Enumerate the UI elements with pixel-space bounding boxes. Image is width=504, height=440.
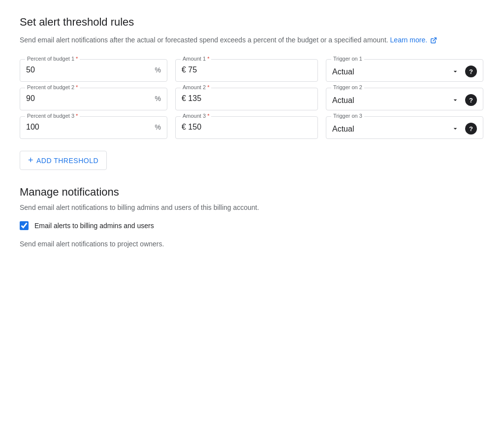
percent-unit-1: %	[155, 66, 161, 74]
amount-field-3: Amount 3 *	[175, 116, 318, 139]
trigger-label-1: Trigger on 1	[331, 56, 364, 62]
trigger-dropdown-arrow-2[interactable]	[449, 94, 461, 106]
add-threshold-button[interactable]: + ADD THRESHOLD	[20, 151, 107, 170]
notifications-title: Manage notifications	[20, 186, 484, 199]
email-alerts-row: Email alerts to billing admins and users	[20, 221, 484, 230]
trigger-field-1: Trigger on 1 Actual Forecasted ?	[326, 59, 483, 82]
amount-input-3[interactable]	[182, 123, 312, 132]
amount-input-1[interactable]	[182, 66, 312, 74]
percent-budget-field-3: Percent of budget 3 * %	[20, 116, 167, 139]
amount-field-1: Amount 1 *	[175, 59, 318, 82]
learn-more-link[interactable]: Learn more.	[390, 36, 437, 44]
notifications-owners-description: Send email alert notifications to projec…	[20, 240, 484, 248]
percent-budget-label-2: Percent of budget 2 *	[25, 84, 80, 90]
amount-input-2[interactable]	[182, 94, 312, 103]
percent-budget-label-3: Percent of budget 3 *	[25, 113, 80, 119]
amount-label-2: Amount 2 *	[181, 84, 211, 90]
notifications-section: Manage notifications Send email alert no…	[20, 186, 484, 248]
plus-icon: +	[28, 155, 33, 166]
percent-budget-input-2[interactable]	[26, 94, 151, 103]
trigger-select-1[interactable]: Actual Forecasted	[332, 68, 449, 76]
page-description: Send email alert notifications after the…	[20, 34, 484, 45]
amount-label-1: Amount 1 *	[181, 56, 211, 62]
notifications-billing-description: Send email alert notifications to billin…	[20, 203, 484, 211]
percent-budget-input-1[interactable]	[26, 66, 151, 74]
amount-label-3: Amount 3 *	[181, 113, 211, 119]
percent-budget-field-2: Percent of budget 2 * %	[20, 88, 167, 110]
percent-budget-input-3[interactable]	[26, 123, 151, 132]
trigger-help-icon-1[interactable]: ?	[465, 66, 477, 77]
trigger-select-2[interactable]: Actual Forecasted	[332, 96, 449, 104]
trigger-label-2: Trigger on 2	[331, 84, 364, 90]
external-link-icon	[430, 37, 437, 44]
thresholds-grid: Percent of budget 1 * % Amount 1 * Trigg…	[20, 59, 484, 139]
trigger-dropdown-arrow-1[interactable]	[449, 66, 461, 77]
percent-budget-field-1: Percent of budget 1 * %	[20, 59, 167, 82]
trigger-help-icon-3[interactable]: ?	[465, 123, 477, 135]
trigger-field-2: Trigger on 2 Actual Forecasted ?	[326, 88, 483, 110]
percent-budget-label-1: Percent of budget 1 *	[25, 56, 80, 62]
add-threshold-label: ADD THRESHOLD	[36, 157, 98, 165]
trigger-select-3[interactable]: Actual Forecasted	[332, 125, 449, 133]
percent-unit-2: %	[155, 95, 161, 102]
trigger-dropdown-arrow-3[interactable]	[449, 123, 461, 135]
email-alerts-checkbox[interactable]	[20, 221, 29, 230]
trigger-help-icon-2[interactable]: ?	[465, 94, 477, 106]
trigger-label-3: Trigger on 3	[331, 113, 364, 119]
percent-unit-3: %	[155, 123, 161, 131]
page-title: Set alert threshold rules	[20, 16, 484, 29]
amount-field-2: Amount 2 *	[175, 88, 318, 110]
svg-line-0	[433, 38, 436, 41]
email-alerts-label[interactable]: Email alerts to billing admins and users	[34, 222, 154, 230]
trigger-field-3: Trigger on 3 Actual Forecasted ?	[326, 116, 483, 139]
